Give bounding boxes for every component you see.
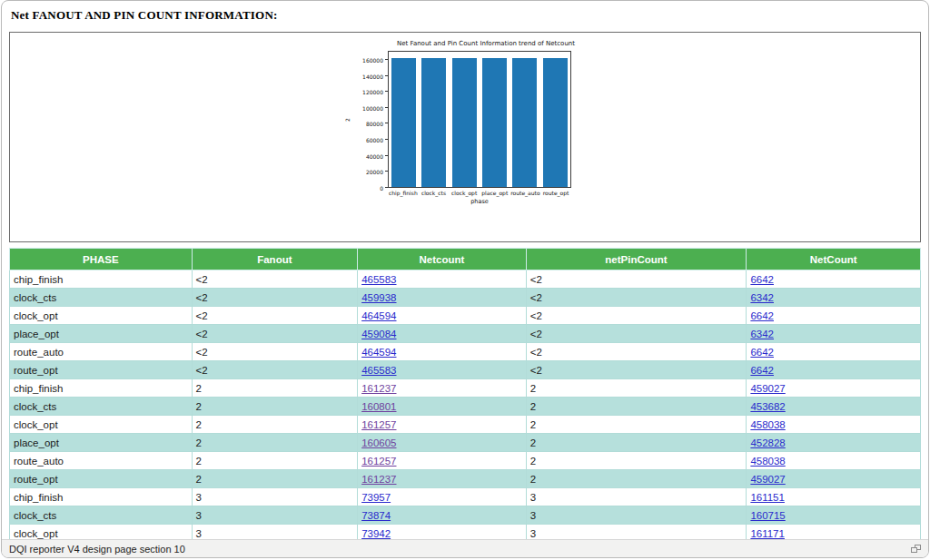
netcount-cell: 160605	[358, 434, 527, 452]
netcount-2-link[interactable]: 161151	[750, 492, 785, 503]
netcount-link[interactable]: 73874	[361, 510, 391, 521]
x-tick-label: route_opt	[541, 190, 571, 196]
phase-cell: clock_opt	[10, 416, 193, 434]
status-bar: DQI reporter V4 design page section 10	[2, 539, 928, 557]
netcount-2-link[interactable]: 161171	[750, 528, 785, 539]
netcount-cell: 161257	[358, 416, 527, 434]
fanout-cell: <2	[192, 270, 358, 289]
netcount-2-link[interactable]: 6642	[750, 274, 774, 285]
bar	[482, 58, 507, 187]
netcount-link[interactable]: 161257	[361, 419, 396, 430]
netpincount-cell: 2	[526, 398, 747, 416]
fanout-cell: 2	[192, 434, 358, 452]
netcount-cell: 459938	[358, 289, 527, 307]
netcount-2-link[interactable]: 160715	[750, 510, 785, 521]
fanout-cell: 3	[192, 488, 358, 506]
netpincount-cell: <2	[526, 361, 747, 379]
fanout-cell: 2	[192, 452, 358, 470]
netcount-2-link[interactable]: 453682	[750, 401, 785, 412]
y-axis-ticks: 0200004000060000800001000001200001400001…	[355, 51, 388, 188]
netcount-2-link[interactable]: 452828	[750, 437, 785, 448]
netcount-link[interactable]: 465583	[361, 274, 396, 285]
netcount-2-cell: 6642	[747, 270, 921, 289]
netcount-link[interactable]: 464594	[361, 347, 396, 358]
header-cell-netcount: Netcount	[358, 249, 527, 270]
netcount-2-link[interactable]: 6342	[750, 329, 774, 339]
netpincount-cell: 3	[526, 488, 747, 506]
y-axis-label: 2	[346, 51, 355, 188]
table-row: route_opt 2 161237 2 459027	[10, 470, 921, 488]
phase-cell: route_opt	[10, 470, 193, 488]
table-row: clock_opt 2 161257 2 458038	[10, 416, 921, 434]
x-axis-label: phase	[388, 198, 571, 205]
x-tick-label: clock_cts	[419, 190, 449, 196]
x-tick-label: place_opt	[480, 190, 510, 196]
phase-cell: place_opt	[10, 325, 193, 343]
netpincount-cell: 2	[526, 434, 747, 452]
netpincount-cell: 2	[526, 416, 747, 434]
table-row: clock_cts <2 459938 <2 6342	[10, 289, 921, 307]
netcount-link[interactable]: 161237	[361, 383, 396, 394]
table-row: route_opt <2 465583 <2 6642	[10, 361, 921, 379]
netcount-trend-chart: Net Fanout and Pin Count Information tre…	[346, 37, 584, 241]
netcount-link[interactable]: 160801	[361, 401, 396, 412]
netcount-2-link[interactable]: 6642	[750, 365, 774, 376]
netcount-2-cell: 458038	[747, 452, 921, 470]
netcount-2-cell: 6342	[747, 289, 921, 307]
y-tick-label: 100000	[362, 104, 383, 111]
header-cell-fanout: Fanout	[192, 249, 358, 270]
y-tick-label: 20000	[366, 169, 383, 175]
netcount-link[interactable]: 459938	[361, 292, 396, 303]
page-title: Net FANOUT AND PIN COUNT INFORMATION:	[11, 8, 278, 23]
header-cell-netcount-2: NetCount	[747, 249, 921, 270]
fanout-cell: <2	[192, 361, 358, 379]
netcount-cell: 160801	[358, 398, 527, 416]
x-tick-label: chip_finish	[388, 190, 418, 196]
table-row: clock_cts 2 160801 2 453682	[10, 398, 921, 416]
netcount-2-cell: 6642	[747, 343, 921, 361]
netcount-2-link[interactable]: 6642	[750, 347, 774, 358]
y-tick-label: 0	[380, 185, 383, 192]
phase-cell: clock_cts	[10, 289, 193, 307]
netcount-link[interactable]: 161237	[361, 474, 396, 485]
netcount-link[interactable]: 73957	[361, 492, 391, 503]
netcount-link[interactable]: 73942	[361, 528, 391, 539]
netcount-2-link[interactable]: 459027	[750, 383, 785, 394]
netcount-2-cell: 458038	[747, 416, 921, 434]
popout-icon[interactable]	[911, 545, 921, 553]
netcount-2-link[interactable]: 6642	[750, 310, 774, 321]
netcount-2-cell: 6642	[747, 307, 921, 325]
netcount-cell: 464594	[358, 307, 527, 325]
phase-cell: route_auto	[10, 452, 193, 470]
netcount-link[interactable]: 464594	[361, 310, 396, 321]
netpincount-cell: 2	[526, 470, 747, 488]
table-row: clock_cts 3 73874 3 160715	[10, 506, 921, 525]
netcount-link[interactable]: 161257	[361, 456, 396, 467]
netcount-2-link[interactable]: 458038	[750, 419, 785, 430]
netcount-link[interactable]: 160605	[361, 437, 396, 448]
netpincount-cell: <2	[526, 270, 747, 289]
chart-title: Net Fanout and Pin Count Information tre…	[388, 40, 584, 47]
fanout-cell: 2	[192, 379, 358, 398]
table-row: place_opt <2 459084 <2 6342	[10, 325, 921, 343]
phase-cell: clock_opt	[10, 307, 193, 325]
table-row: chip_finish <2 465583 <2 6642	[10, 270, 921, 289]
y-tick-label: 60000	[366, 137, 383, 143]
netpincount-cell: 2	[526, 452, 747, 470]
netcount-cell: 161237	[358, 379, 527, 398]
netcount-link[interactable]: 459084	[361, 329, 396, 339]
netcount-2-link[interactable]: 6342	[750, 292, 774, 303]
netpincount-cell: 3	[526, 506, 747, 525]
phase-cell: clock_cts	[10, 506, 193, 525]
netcount-2-link[interactable]: 459027	[750, 474, 785, 485]
fanout-cell: <2	[192, 343, 358, 361]
netcount-2-cell: 6342	[747, 325, 921, 343]
y-tick-label: 120000	[362, 89, 383, 95]
netcount-2-cell: 6642	[747, 361, 921, 379]
netcount-link[interactable]: 465583	[361, 365, 396, 376]
fanout-cell: 2	[192, 398, 358, 416]
netcount-cell: 161237	[358, 470, 527, 488]
netcount-2-link[interactable]: 458038	[750, 456, 785, 467]
phase-cell: route_opt	[10, 361, 193, 379]
fanout-cell: 3	[192, 506, 358, 525]
